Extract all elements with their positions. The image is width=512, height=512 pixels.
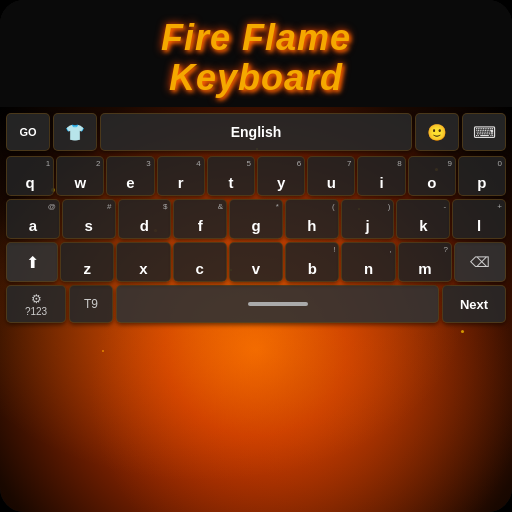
- keyboard-button[interactable]: ⌨: [462, 113, 506, 151]
- key-n[interactable]: ,n: [341, 242, 395, 282]
- space-bar-visual: [248, 302, 308, 306]
- shirt-icon-button[interactable]: 👕: [53, 113, 97, 151]
- key-k[interactable]: -k: [396, 199, 450, 239]
- key-i[interactable]: 8i: [357, 156, 405, 196]
- keyboard-icon: ⌨: [473, 123, 496, 142]
- settings-icon: ⚙: [31, 292, 42, 306]
- letter-row-2: @a #s $d &f *g (h )j -k +l: [4, 199, 508, 239]
- key-f[interactable]: &f: [173, 199, 227, 239]
- bottom-row: ⚙ ?123 T9 Next: [4, 285, 508, 327]
- key-g[interactable]: *g: [229, 199, 283, 239]
- app-container: Fire Flame Keyboard GO 👕: [0, 0, 512, 512]
- sym-button[interactable]: ⚙ ?123: [6, 285, 66, 323]
- key-j[interactable]: )j: [341, 199, 395, 239]
- key-w[interactable]: 2w: [56, 156, 104, 196]
- t9-button[interactable]: T9: [69, 285, 113, 323]
- key-r[interactable]: 4r: [157, 156, 205, 196]
- key-p[interactable]: 0p: [458, 156, 506, 196]
- app-title: Fire Flame Keyboard: [10, 18, 502, 97]
- key-a[interactable]: @a: [6, 199, 60, 239]
- key-m[interactable]: ?m: [398, 242, 452, 282]
- action-row: ⬆ z x c v !b ,n ?m ⌫: [4, 242, 508, 282]
- key-d[interactable]: $d: [118, 199, 172, 239]
- shirt-icon: 👕: [65, 123, 85, 142]
- delete-button[interactable]: ⌫: [454, 242, 506, 282]
- title-area: Fire Flame Keyboard: [0, 0, 512, 107]
- key-t[interactable]: 5t: [207, 156, 255, 196]
- key-y[interactable]: 6y: [257, 156, 305, 196]
- key-u[interactable]: 7u: [307, 156, 355, 196]
- key-l[interactable]: +l: [452, 199, 506, 239]
- key-q[interactable]: 1q: [6, 156, 54, 196]
- key-c[interactable]: c: [173, 242, 227, 282]
- emoji-button[interactable]: 🙂: [415, 113, 459, 151]
- key-s[interactable]: #s: [62, 199, 116, 239]
- keyboard-area: GO 👕 English 🙂 ⌨ 1q 2w 3e: [0, 107, 512, 512]
- key-e[interactable]: 3e: [106, 156, 154, 196]
- keyboard-rows: GO 👕 English 🙂 ⌨ 1q 2w 3e: [0, 107, 512, 327]
- key-z[interactable]: z: [60, 242, 114, 282]
- shift-icon: ⬆: [26, 253, 39, 272]
- emoji-icon: 🙂: [427, 123, 447, 142]
- space-button[interactable]: [116, 285, 439, 323]
- key-v[interactable]: v: [229, 242, 283, 282]
- next-button[interactable]: Next: [442, 285, 506, 323]
- delete-icon: ⌫: [470, 254, 490, 270]
- toolbar-row: GO 👕 English 🙂 ⌨: [4, 111, 508, 153]
- language-button[interactable]: English: [100, 113, 412, 151]
- key-h[interactable]: (h: [285, 199, 339, 239]
- go-button[interactable]: GO: [6, 113, 50, 151]
- letter-row-1: 1q 2w 3e 4r 5t 6y 7u 8i 9o 0p: [4, 156, 508, 196]
- key-b[interactable]: !b: [285, 242, 339, 282]
- key-x[interactable]: x: [116, 242, 170, 282]
- key-o[interactable]: 9o: [408, 156, 456, 196]
- shift-button[interactable]: ⬆: [6, 242, 58, 282]
